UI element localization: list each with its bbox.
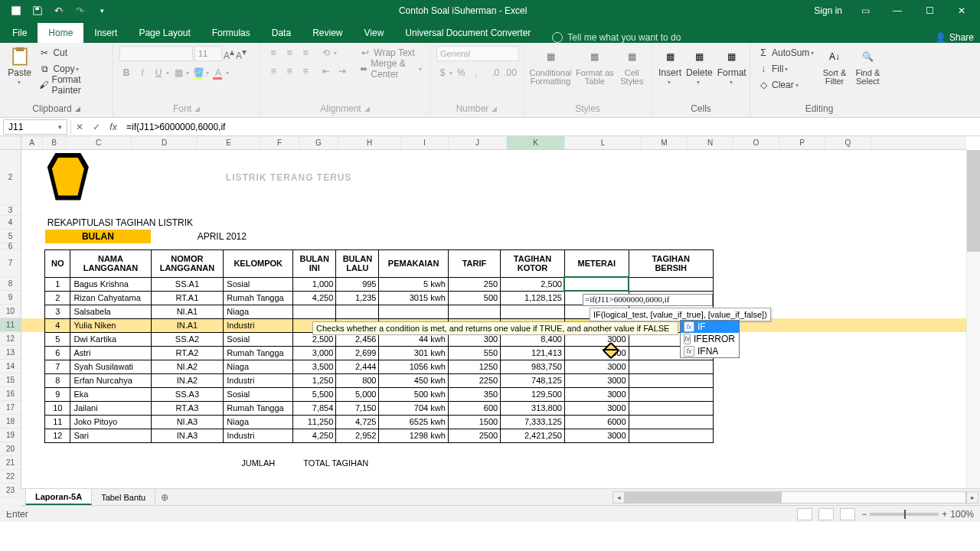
row-header-23[interactable]: 23: [0, 484, 21, 497]
row-header-3[interactable]: 3: [0, 205, 21, 216]
inc-decimal[interactable]: .0: [489, 66, 501, 80]
sign-in-link[interactable]: Sign in: [814, 5, 842, 16]
tell-me[interactable]: Tell me what you want to do: [541, 32, 935, 43]
tab-review[interactable]: Review: [302, 23, 353, 43]
row-header-15[interactable]: 15: [0, 373, 21, 387]
row-header-13[interactable]: 13: [0, 346, 21, 360]
zoom-value[interactable]: 100%: [950, 509, 974, 520]
sugg-if[interactable]: fxIF: [681, 321, 739, 333]
col-header-M[interactable]: M: [642, 136, 688, 149]
col-header-F[interactable]: F: [260, 136, 299, 149]
tab-page-layout[interactable]: Page Layout: [128, 23, 201, 43]
name-box[interactable]: J11▾: [3, 119, 67, 135]
row-header-16[interactable]: 16: [0, 387, 21, 401]
italic-button[interactable]: I: [136, 66, 149, 80]
table-row[interactable]: 7Syah SusilawatiNI.A2Niaga3,5002,4441056…: [21, 360, 966, 373]
undo-button[interactable]: ↶▾: [49, 2, 69, 19]
tab-view[interactable]: View: [354, 23, 395, 43]
table-row[interactable]: 12SariIN.A3Industri4,2502,9521298 kwh250…: [21, 429, 966, 442]
autosum-button[interactable]: ΣAutoSum▾: [756, 46, 815, 60]
col-header-A[interactable]: A: [21, 136, 43, 149]
col-header-Q[interactable]: Q: [825, 136, 871, 149]
zoom-out[interactable]: −: [861, 509, 867, 520]
align-right[interactable]: ≡: [299, 64, 312, 78]
col-header-G[interactable]: G: [299, 136, 338, 149]
col-header-N[interactable]: N: [688, 136, 733, 149]
view-page-break[interactable]: [840, 508, 855, 520]
formula-bar[interactable]: =if(J11>6000000,6000,if: [122, 122, 980, 132]
sheet-tab-tabel-bantu[interactable]: Tabel Bantu: [92, 489, 155, 505]
view-page-layout[interactable]: [818, 508, 834, 520]
hscroll-right[interactable]: ▸: [966, 491, 978, 504]
fill-button[interactable]: ↓Fill▾: [756, 62, 815, 76]
fill-color-button[interactable]: 🪣: [191, 66, 205, 80]
insert-function[interactable]: fx: [105, 119, 122, 135]
align-center[interactable]: ≡: [283, 64, 296, 78]
hscroll-left[interactable]: ◂: [612, 491, 625, 504]
find-select[interactable]: 🔍Find & Select: [854, 46, 882, 86]
format-as-table[interactable]: ▦Format as Table: [576, 46, 614, 86]
view-normal[interactable]: [797, 508, 812, 520]
row-header-17[interactable]: 17: [0, 401, 21, 415]
col-header-O[interactable]: O: [733, 136, 779, 149]
clipboard-launcher[interactable]: ◢: [75, 105, 80, 112]
dec-indent[interactable]: ⇤: [319, 64, 333, 78]
font-launcher[interactable]: ◢: [194, 105, 200, 112]
tab-file[interactable]: File: [2, 23, 38, 43]
col-header-B[interactable]: B: [43, 136, 66, 149]
qat-customize[interactable]: ▾: [92, 2, 112, 19]
accounting-button[interactable]: $: [436, 66, 449, 80]
increase-font[interactable]: A▴: [224, 47, 234, 61]
number-format-select[interactable]: [436, 46, 519, 61]
tab-formulas[interactable]: Formulas: [201, 23, 261, 43]
cell-styles[interactable]: ▦Cell Styles: [619, 46, 645, 86]
zoom-slider[interactable]: − + 100%: [861, 509, 974, 520]
comma-button[interactable]: ,: [469, 66, 482, 80]
horizontal-scrollbar[interactable]: [625, 491, 966, 504]
row-header-6[interactable]: 6: [0, 243, 21, 249]
close-button[interactable]: ✕: [946, 2, 977, 19]
table-row[interactable]: 9EkaSS.A3Sosial5,5005,000500 kwh350129,5…: [21, 387, 966, 401]
dec-decimal[interactable]: .00: [504, 66, 517, 80]
zoom-in[interactable]: +: [942, 509, 947, 520]
tab-udc[interactable]: Universal Document Converter: [394, 23, 541, 43]
row-header-11[interactable]: 11: [0, 318, 21, 332]
sort-filter[interactable]: A↓Sort & Filter: [820, 46, 848, 86]
enter-formula[interactable]: ✓: [88, 119, 105, 135]
row-header-9[interactable]: 9: [0, 291, 21, 305]
number-launcher[interactable]: ◢: [492, 105, 497, 112]
maximize-button[interactable]: ☐: [914, 2, 945, 19]
conditional-formatting[interactable]: ▦Conditional Formatting: [530, 46, 571, 86]
sheet-tab-laporan[interactable]: Laporan-5A: [26, 489, 92, 505]
col-header-J[interactable]: J: [449, 136, 507, 149]
align-bot[interactable]: ≡: [299, 46, 312, 60]
redo-button[interactable]: ↷▾: [70, 2, 90, 19]
font-name-input[interactable]: [119, 46, 193, 61]
align-top[interactable]: ≡: [266, 46, 280, 60]
row-header-8[interactable]: 8: [0, 277, 21, 291]
sugg-ifna[interactable]: fxIFNA: [681, 345, 739, 357]
align-left[interactable]: ≡: [266, 64, 280, 78]
align-mid[interactable]: ≡: [283, 46, 296, 60]
row-header-12[interactable]: 12: [0, 332, 21, 346]
row-header-20[interactable]: 20: [0, 442, 21, 456]
row-header-21[interactable]: 21: [0, 456, 21, 470]
sugg-iferror[interactable]: fxIFERROR: [681, 333, 739, 345]
save-button[interactable]: [28, 2, 47, 19]
row-header-4[interactable]: 4: [0, 216, 21, 230]
row-header-7[interactable]: 7: [0, 249, 21, 277]
insert-cells[interactable]: ▦Insert▾: [658, 46, 681, 86]
table-row[interactable]: 6AstriRT.A2Rumah Tangga3,0002,699301 kwh…: [21, 346, 966, 360]
orientation[interactable]: ⟲: [319, 46, 333, 60]
format-cells[interactable]: ▦Format▾: [717, 46, 746, 86]
minimize-button[interactable]: —: [882, 2, 913, 19]
new-sheet-button[interactable]: ⊕: [155, 489, 174, 505]
merge-center-button[interactable]: ⬌Merge & Center▾: [358, 62, 423, 76]
table-row[interactable]: 1Bagus KrishnaSS.A1Sosial1,0009955 kwh25…: [21, 277, 966, 291]
col-header-E[interactable]: E: [198, 136, 260, 149]
col-header-H[interactable]: H: [338, 136, 401, 149]
table-row[interactable]: 11Joko PitoyoNI.A3Niaga11,2504,7256525 k…: [21, 415, 966, 429]
paste-button[interactable]: Paste▾: [6, 46, 33, 86]
tab-home[interactable]: Home: [38, 23, 83, 43]
clear-button[interactable]: ◇Clear▾: [756, 78, 815, 92]
